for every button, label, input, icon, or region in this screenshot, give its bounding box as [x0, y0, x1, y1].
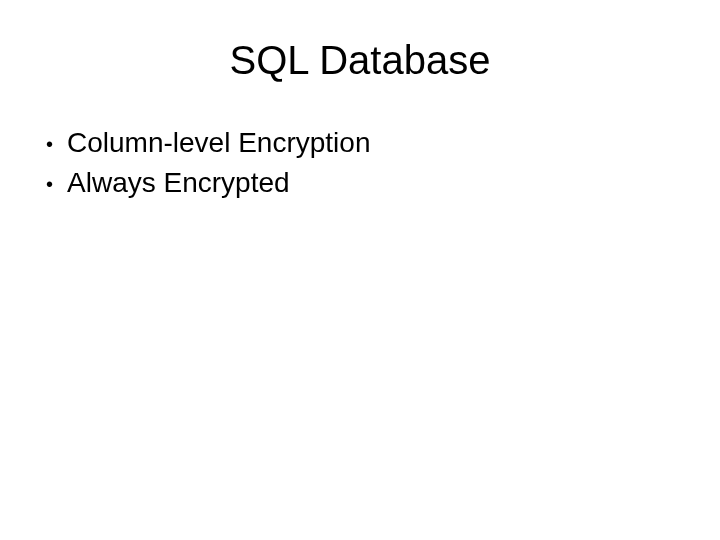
bullet-list: • Column-level Encryption • Always Encry… [40, 125, 680, 202]
slide-container: SQL Database • Column-level Encryption •… [0, 0, 720, 540]
list-item: • Column-level Encryption [46, 125, 680, 161]
list-item: • Always Encrypted [46, 165, 680, 201]
bullet-icon: • [46, 131, 53, 157]
slide-title: SQL Database [40, 38, 680, 83]
bullet-text: Column-level Encryption [67, 125, 680, 161]
bullet-icon: • [46, 171, 53, 197]
bullet-text: Always Encrypted [67, 165, 680, 201]
